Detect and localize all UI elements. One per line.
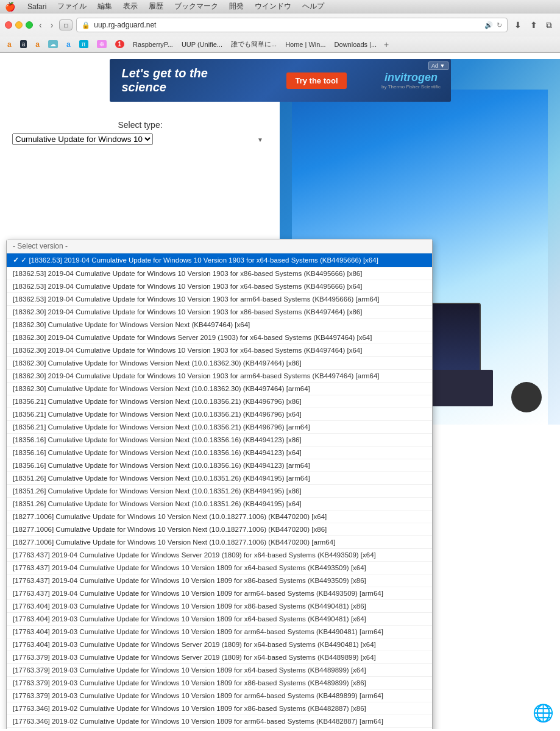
version-item[interactable]: [17763.404] 2019-03 Cumulative Update fo…: [7, 638, 432, 651]
menu-bookmarks[interactable]: ブックマーク: [171, 1, 222, 12]
menu-file[interactable]: ファイル: [54, 1, 90, 12]
menu-help[interactable]: ヘルプ: [299, 1, 328, 12]
version-item[interactable]: ✓ [18362.53] 2019-04 Cumulative Update f…: [7, 253, 432, 267]
titlebar: 🍎 Safari ファイル 編集 表示 履歴 ブックマーク 開発 ウインドウ ヘ…: [0, 0, 560, 13]
type-select[interactable]: Cumulative Update for Windows 10: [12, 133, 153, 145]
browser-toolbar: ‹ › □ 🔒 uup.rg-adguard.net 🔊 ↻ ⬇ ⬆ ⧉: [0, 13, 560, 37]
version-item[interactable]: [17763.437] 2019-04 Cumulative Update fo…: [7, 574, 432, 587]
version-item[interactable]: [17763.379] 2019-03 Cumulative Update fo…: [7, 690, 432, 702]
ad-badge[interactable]: Ad ▼: [428, 62, 448, 70]
version-item[interactable]: [17763.404] 2019-03 Cumulative Update fo…: [7, 600, 432, 613]
version-item[interactable]: [18356.21] Cumulative Update for Windows…: [7, 421, 432, 434]
download-button[interactable]: ⬇: [511, 19, 525, 32]
version-item[interactable]: [17763.346] 2019-02 Cumulative Update fo…: [7, 728, 432, 729]
version-item[interactable]: [17763.437] 2019-04 Cumulative Update fo…: [7, 587, 432, 600]
version-item[interactable]: [18362.30] Cumulative Update for Windows…: [7, 319, 432, 331]
close-button[interactable]: [5, 21, 12, 29]
version-item[interactable]: [18362.30] Cumulative Update for Windows…: [7, 383, 432, 395]
ad-banner: Let's get to the science Try the tool in…: [110, 59, 451, 102]
version-item[interactable]: [18362.53] 2019-04 Cumulative Update for…: [7, 293, 432, 306]
bookmark-home-win[interactable]: Home | Win...: [282, 40, 329, 49]
version-item[interactable]: [18356.21] Cumulative Update for Windows…: [7, 395, 432, 408]
version-item[interactable]: [17763.404] 2019-03 Cumulative Update fo…: [7, 613, 432, 626]
bookmark-uup[interactable]: UUP (Unifie...: [178, 40, 226, 49]
version-item[interactable]: [17763.379] 2019-03 Cumulative Update fo…: [7, 651, 432, 664]
version-item[interactable]: [18362.53] 2019-04 Cumulative Update for…: [7, 280, 432, 293]
traffic-lights: [5, 21, 33, 29]
apple-menu[interactable]: 🍎: [5, 2, 15, 12]
version-item[interactable]: [18277.1006] Cumulative Update for Windo…: [7, 536, 432, 549]
lock-icon: 🔒: [82, 21, 90, 29]
ad-brand: invitrogen by Thermo Fisher Scientific: [372, 66, 451, 94]
menu-view[interactable]: 表示: [119, 1, 141, 12]
menu-edit[interactable]: 編集: [94, 1, 116, 12]
invitrogen-brand: invitrogen: [385, 71, 438, 84]
share-button[interactable]: ⬆: [527, 19, 541, 32]
audio-icon: 🔊: [484, 21, 493, 29]
minimize-button[interactable]: [15, 21, 23, 29]
add-bookmark-button[interactable]: +: [381, 40, 391, 49]
bookmark-item-7[interactable]: ❉: [93, 39, 110, 49]
version-item[interactable]: [18351.26] Cumulative Update for Windows…: [7, 472, 432, 485]
ad-try-button[interactable]: Try the tool: [286, 72, 346, 89]
tab-overview-button[interactable]: □: [59, 19, 73, 30]
version-item[interactable]: [18362.30] 2019-04 Cumulative Update for…: [7, 370, 432, 383]
url-text: uup.rg-adguard.net: [94, 21, 156, 29]
version-item[interactable]: [18362.53] 2019-04 Cumulative Update for…: [7, 267, 432, 280]
version-item[interactable]: [17763.346] 2019-02 Cumulative Update fo…: [7, 715, 432, 728]
version-item[interactable]: [18362.30] Cumulative Update for Windows…: [7, 357, 432, 370]
version-item[interactable]: [17763.379] 2019-03 Cumulative Update fo…: [7, 677, 432, 690]
maximize-button[interactable]: [26, 21, 33, 29]
version-item[interactable]: [17763.379] 2019-03 Cumulative Update fo…: [7, 664, 432, 677]
bookmark-item-badge[interactable]: 1: [112, 39, 129, 49]
type-select-wrapper: Cumulative Update for Windows 10: [12, 133, 268, 145]
bookmark-jp[interactable]: 誰でも簡単に...: [227, 38, 280, 50]
new-tab-button[interactable]: ⧉: [543, 19, 555, 32]
refresh-icon[interactable]: ↻: [497, 21, 502, 29]
version-dropdown[interactable]: - Select version - ✓ [18362.53] 2019-04 …: [6, 239, 433, 729]
address-bar[interactable]: 🔒 uup.rg-adguard.net 🔊 ↻: [76, 18, 508, 32]
menu-history[interactable]: 履歴: [145, 1, 167, 12]
version-item[interactable]: [18351.26] Cumulative Update for Windows…: [7, 498, 432, 510]
menu-develop[interactable]: 開発: [225, 1, 247, 12]
type-label: Select type:: [12, 120, 268, 130]
version-item[interactable]: [18356.16] Cumulative Update for Windows…: [7, 434, 432, 447]
version-item[interactable]: [18362.30] 2019-04 Cumulative Update for…: [7, 344, 432, 357]
version-item[interactable]: [17763.437] 2019-04 Cumulative Update fo…: [7, 549, 432, 562]
bookmark-amazon-1[interactable]: a: [4, 39, 15, 50]
bookmark-item-4[interactable]: ☁: [44, 39, 62, 49]
thermofisher-brand: by Thermo Fisher Scientific: [381, 84, 441, 90]
bookmark-item-5[interactable]: a: [63, 39, 74, 50]
browser-actions: ⬇ ⬆ ⧉: [511, 19, 555, 32]
ad-cta: Try the tool: [262, 72, 372, 89]
menu-safari[interactable]: Safari: [24, 2, 50, 11]
version-item[interactable]: [18277.1006] Cumulative Update for Windo…: [7, 523, 432, 536]
version-item[interactable]: [18362.30] 2019-04 Cumulative Update for…: [7, 331, 432, 344]
version-item[interactable]: [18356.16] Cumulative Update for Windows…: [7, 447, 432, 459]
forward-button[interactable]: ›: [48, 19, 56, 31]
version-list: ✓ [18362.53] 2019-04 Cumulative Update f…: [7, 253, 432, 729]
page-content: Let's get to the science Try the tool in…: [0, 59, 560, 729]
version-item[interactable]: [17763.346] 2019-02 Cumulative Update fo…: [7, 702, 432, 715]
version-item[interactable]: [17763.437] 2019-04 Cumulative Update fo…: [7, 562, 432, 574]
version-item[interactable]: [18277.1006] Cumulative Update for Windo…: [7, 510, 432, 523]
ad-headline: Let's get to the science: [110, 60, 262, 101]
bookmark-amazon-2[interactable]: a: [16, 39, 31, 49]
bookmarks-bar: a a a ☁ a π ❉ 1 RaspberryP... UUP (Unifi…: [0, 37, 560, 52]
bookmark-amazon-3[interactable]: a: [32, 39, 43, 50]
menu-window[interactable]: ウインドウ: [251, 1, 295, 12]
bookmark-raspberry[interactable]: RaspberryP...: [129, 40, 177, 49]
version-item[interactable]: [18356.16] Cumulative Update for Windows…: [7, 459, 432, 472]
titlebar-left: 🍎 Safari ファイル 編集 表示 履歴 ブックマーク 開発 ウインドウ ヘ…: [5, 1, 328, 12]
globe-icon: 🌐: [533, 703, 554, 723]
back-button[interactable]: ‹: [37, 19, 44, 31]
browser-chrome: ‹ › □ 🔒 uup.rg-adguard.net 🔊 ↻ ⬇ ⬆ ⧉ a a…: [0, 13, 560, 53]
version-header: - Select version -: [7, 239, 432, 253]
version-item[interactable]: [18351.26] Cumulative Update for Windows…: [7, 485, 432, 498]
version-item[interactable]: [17763.404] 2019-03 Cumulative Update fo…: [7, 626, 432, 638]
bookmark-downloads[interactable]: Downloads |...: [331, 40, 381, 49]
bookmark-item-6[interactable]: π: [76, 39, 92, 49]
version-item[interactable]: [18356.21] Cumulative Update for Windows…: [7, 408, 432, 421]
form-area: Select type: Cumulative Update for Windo…: [0, 108, 280, 145]
version-item[interactable]: [18362.30] 2019-04 Cumulative Update for…: [7, 306, 432, 319]
